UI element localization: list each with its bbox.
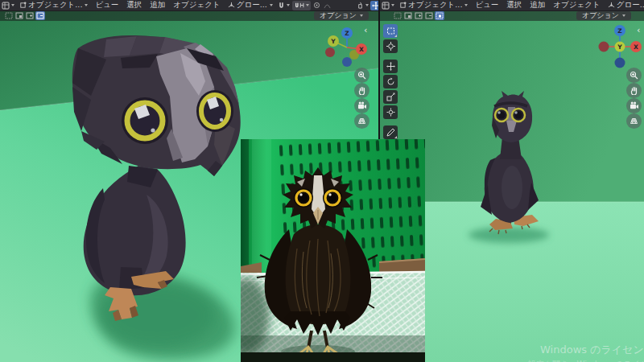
editor-type-icon[interactable] — [380, 1, 396, 10]
axis-neg-z-ball[interactable] — [615, 58, 625, 68]
camera-view-button[interactable] — [626, 98, 642, 113]
menu-object[interactable]: オブジェクト — [169, 0, 224, 10]
select-mode-new[interactable] — [403, 11, 413, 20]
mode-label: オブジェクト... — [28, 0, 82, 10]
tool-select-box[interactable] — [383, 24, 398, 38]
snap-magnet-icon[interactable] — [276, 1, 291, 10]
reference-photo-wet-owl[interactable] — [241, 139, 425, 362]
orientation-label: グロー... — [617, 0, 644, 10]
tool-settings-left: オプション — [0, 10, 378, 21]
options-button[interactable]: オプション — [576, 11, 631, 20]
zoom-button[interactable] — [626, 68, 642, 83]
axis-neg-z-ball[interactable] — [342, 57, 352, 67]
sidebar-collapse-arrow[interactable]: ‹ — [637, 27, 640, 35]
options-button[interactable]: オプション — [314, 11, 369, 20]
object-mode-icon — [399, 2, 407, 9]
svg-text:Y: Y — [330, 38, 336, 45]
orientation-dropdown[interactable]: グロー... — [225, 0, 276, 10]
select-mode-tweak[interactable] — [393, 11, 402, 20]
orientation-dropdown[interactable]: グロー... — [605, 0, 644, 10]
gizmo-toggle-icon[interactable] — [370, 1, 378, 10]
tool-transform[interactable] — [383, 105, 398, 119]
editor-type-icon[interactable] — [0, 1, 16, 10]
tool-rotate[interactable] — [383, 75, 398, 88]
select-mode-subtract[interactable] — [424, 11, 434, 20]
toolbar — [383, 24, 399, 154]
toggle-ortho-button[interactable] — [626, 113, 642, 129]
camera-view-button[interactable] — [354, 98, 369, 113]
menu-view[interactable]: ビュー — [91, 0, 122, 10]
menu-add[interactable]: 追加 — [146, 0, 169, 10]
svg-text:Z: Z — [617, 27, 622, 35]
pan-hand-button[interactable] — [626, 83, 642, 98]
tool-annotate[interactable] — [383, 125, 398, 139]
blender-window: オブジェクト... ビュー 選択 追加 オブジェクト グロー... — [0, 0, 644, 362]
owl-left-eye — [122, 97, 168, 144]
select-mode-extend[interactable] — [414, 11, 423, 20]
proportional-editing-icon[interactable] — [312, 1, 322, 10]
select-mode-invert[interactable] — [435, 11, 444, 20]
header-right: オブジェクト... ビュー 選択 追加 オブジェクト グロー... — [380, 0, 644, 11]
menu-select[interactable]: 選択 — [122, 0, 146, 10]
toggle-ortho-button[interactable] — [354, 113, 369, 129]
mode-dropdown[interactable]: オブジェクト... — [396, 0, 471, 10]
menu-add[interactable]: 追加 — [526, 0, 549, 10]
svg-text:Y: Y — [617, 43, 622, 51]
sidebar-collapse-arrow[interactable]: ‹ — [364, 27, 367, 35]
owl-shadow-right — [469, 227, 549, 243]
header-left: オブジェクト... ビュー 選択 追加 オブジェクト グロー... — [0, 0, 378, 11]
menu-view[interactable]: ビュー — [471, 0, 502, 10]
zoom-button[interactable] — [354, 68, 369, 83]
axis-neg-x-ball[interactable] — [325, 47, 335, 57]
object-mode-icon — [19, 2, 27, 9]
pan-hand-button[interactable] — [354, 83, 369, 98]
paint-tool-icon[interactable] — [355, 1, 370, 10]
snap-target-icon[interactable] — [292, 1, 311, 10]
svg-text:X: X — [634, 43, 638, 51]
tool-move[interactable] — [383, 60, 398, 73]
select-mode-new[interactable] — [14, 11, 24, 20]
select-mode-subtract[interactable] — [35, 11, 45, 20]
photo-bottom-strip — [241, 352, 425, 362]
orientation-label: グロー... — [237, 0, 267, 10]
menu-select[interactable]: 選択 — [502, 0, 526, 10]
tool-scale[interactable] — [383, 90, 398, 104]
orientation-icon — [228, 2, 235, 9]
mode-label: オブジェクト... — [408, 0, 462, 10]
tool-cursor[interactable] — [383, 39, 398, 53]
axis-neg-x-ball[interactable] — [599, 42, 609, 52]
select-mode-tweak[interactable] — [4, 11, 14, 20]
select-mode-extend[interactable] — [25, 11, 35, 20]
tool-settings-right: オプション — [380, 10, 644, 21]
mode-dropdown[interactable]: オブジェクト... — [16, 0, 91, 10]
svg-text:Z: Z — [345, 30, 349, 37]
menu-object[interactable]: オブジェクト — [549, 0, 604, 10]
owl-right-eye — [196, 90, 233, 132]
falloff-icon[interactable] — [322, 1, 332, 10]
svg-text:X: X — [359, 46, 364, 53]
orientation-icon — [608, 2, 615, 9]
